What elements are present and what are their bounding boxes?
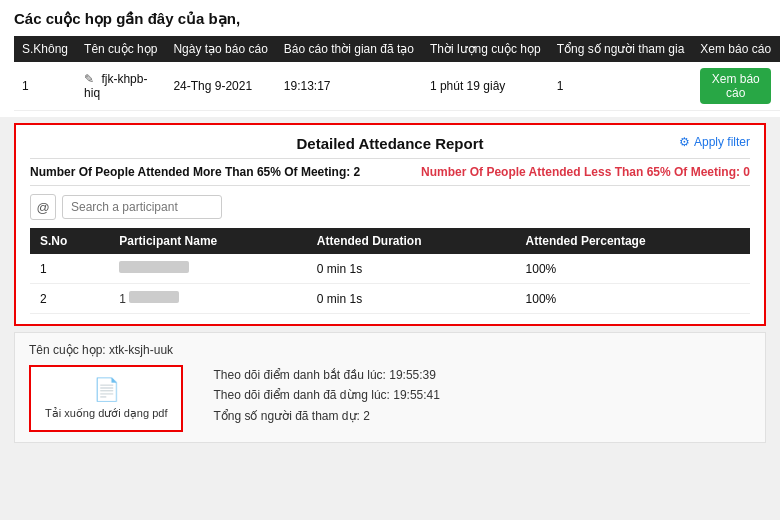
cell-date: 24-Thg 9-2021 [165, 62, 275, 111]
detail-report-header: Detailed Attedance Report ⚙ Apply filter [30, 135, 750, 152]
attend-pct-1: 100% [516, 254, 750, 284]
cell-total: 1 [549, 62, 693, 111]
search-row: @ [30, 194, 750, 220]
col-header-total: Tổng số người tham gia [549, 36, 693, 62]
info-line-3: Tổng số người đã tham dự: 2 [213, 406, 440, 426]
attend-sno-1: 1 [30, 254, 109, 284]
stats-attended-less: Number Of People Attended Less Than 65% … [421, 165, 750, 179]
apply-filter-button[interactable]: ⚙ Apply filter [679, 135, 750, 149]
col-header-view: Xem báo cáo [692, 36, 779, 62]
info-list: Theo dõi điểm danh bắt đầu lúc: 19:55:39… [213, 365, 440, 426]
table-row: 1 ✎ fjk-khpb-hiq 24-Thg 9-2021 19:13:17 … [14, 62, 780, 111]
meeting-name: Tên cuộc họp: xtk-ksjh-uuk [29, 343, 751, 357]
cell-time: 19:13:17 [276, 62, 422, 111]
pdf-label: Tải xuống dưới dạng pdf [45, 407, 167, 420]
detail-report-box: Detailed Attedance Report ⚙ Apply filter… [14, 123, 766, 326]
col-header-sno: S.Không [14, 36, 76, 62]
search-input[interactable] [62, 195, 222, 219]
filter-icon: ⚙ [679, 135, 690, 149]
attend-pct-2: 100% [516, 284, 750, 314]
cell-name: ✎ fjk-khpb-hiq [76, 62, 165, 111]
col-header-time: Báo cáo thời gian đã tạo [276, 36, 422, 62]
pdf-download-button[interactable]: 📄 Tải xuống dưới dạng pdf [29, 365, 183, 432]
page-title: Các cuộc họp gần đây của bạn, [14, 10, 766, 28]
blurred-name-1 [119, 261, 189, 273]
attend-duration-1: 0 min 1s [307, 254, 516, 284]
cell-duration: 1 phút 19 giây [422, 62, 549, 111]
attendance-table: S.No Participant Name Attended Duration … [30, 228, 750, 314]
attend-duration-2: 0 min 1s [307, 284, 516, 314]
attend-name-1 [109, 254, 307, 284]
col-header-name: Tên cuộc họp [76, 36, 165, 62]
col-header-date: Ngày tạo báo cáo [165, 36, 275, 62]
view-report-button[interactable]: Xem báo cáo [700, 68, 771, 104]
attend-col-sno: S.No [30, 228, 109, 254]
stats-attended-more: Number Of People Attended More Than 65% … [30, 165, 360, 179]
stats-row: Number Of People Attended More Than 65% … [30, 158, 750, 186]
cell-sno: 1 [14, 62, 76, 111]
main-table: S.Không Tên cuộc họp Ngày tạo báo cáo Bá… [14, 36, 780, 111]
col-header-duration: Thời lượng cuộc họp [422, 36, 549, 62]
attend-col-duration: Attended Duration [307, 228, 516, 254]
attend-row-1: 1 0 min 1s 100% [30, 254, 750, 284]
bottom-section: Tên cuộc họp: xtk-ksjh-uuk 📄 Tải xuống d… [14, 332, 766, 443]
cell-view-btn[interactable]: Xem báo cáo [692, 62, 779, 111]
attend-row-2: 2 1 0 min 1s 100% [30, 284, 750, 314]
info-line-2: Theo dõi điểm danh đã dừng lúc: 19:55:41 [213, 385, 440, 405]
attend-sno-2: 2 [30, 284, 109, 314]
attend-col-name: Participant Name [109, 228, 307, 254]
attend-col-percentage: Attended Percentage [516, 228, 750, 254]
pdf-icon: 📄 [93, 377, 120, 403]
bottom-inner: 📄 Tải xuống dưới dạng pdf Theo dõi điểm … [29, 365, 751, 432]
info-line-1: Theo dõi điểm danh bắt đầu lúc: 19:55:39 [213, 365, 440, 385]
at-icon: @ [30, 194, 56, 220]
top-section: Các cuộc họp gần đây của bạn, S.Không Tê… [0, 0, 780, 117]
edit-icon[interactable]: ✎ [84, 72, 94, 86]
blurred-name-2 [129, 291, 179, 303]
attend-name-2: 1 [109, 284, 307, 314]
